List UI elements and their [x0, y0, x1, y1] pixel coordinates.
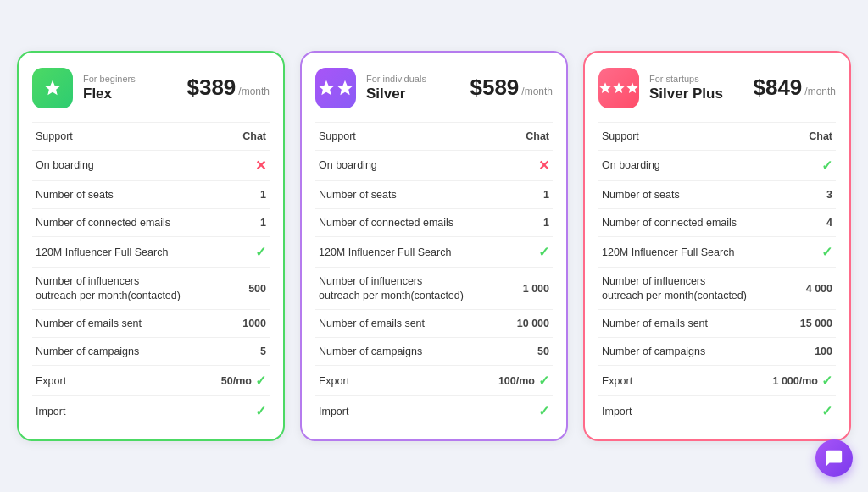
feature-value-flex-1: ✕	[186, 150, 270, 180]
check-icon: ✓	[255, 373, 266, 389]
feature-value-flex-0: Chat	[186, 122, 270, 150]
table-row: Number of campaigns100	[598, 338, 836, 366]
feature-value-silver-3: 1	[470, 209, 553, 237]
feature-label-silver-plus-4: 120M Influencer Full Search	[598, 237, 753, 268]
export-value: 50/mo ✓	[190, 373, 266, 389]
features-table-silver: SupportChatOn boarding✕Number of seats1N…	[315, 122, 553, 427]
feature-value-silver-plus-8: 1 000/mo ✓	[753, 366, 836, 396]
plan-header-silver-plus: For startupsSilver Plus$849/month	[598, 68, 836, 108]
feature-value-silver-8: 100/mo ✓	[470, 366, 553, 396]
table-row: Export50/mo ✓	[32, 366, 270, 396]
plan-name-silver: Silver	[366, 86, 459, 102]
feature-value-flex-2: 1	[186, 180, 270, 208]
feature-value-silver-plus-9: ✓	[753, 396, 836, 427]
plan-period-flex: /month	[238, 86, 270, 97]
check-icon: ✓	[255, 404, 266, 418]
table-row: Number of connected emails1	[315, 209, 553, 237]
feature-value-silver-plus-0: Chat	[753, 122, 836, 150]
features-table-silver-plus: SupportChatOn boarding✓Number of seats3N…	[598, 122, 836, 427]
feature-label-silver-plus-9: Import	[598, 396, 753, 427]
table-row: 120M Influencer Full Search✓	[598, 237, 836, 268]
feature-label-silver-plus-1: On boarding	[598, 150, 753, 180]
table-row: Number of influencers outreach per month…	[315, 268, 553, 310]
table-row: 120M Influencer Full Search✓	[315, 237, 553, 268]
table-row: On boarding✕	[32, 150, 270, 180]
plan-icon-silver-plus	[598, 68, 639, 108]
export-value: 100/mo ✓	[473, 373, 549, 389]
feature-label-silver-plus-2: Number of seats	[598, 180, 753, 208]
plan-info-flex: For beginersFlex	[83, 74, 176, 102]
table-row: Export1 000/mo ✓	[598, 366, 836, 396]
table-row: Number of campaigns5	[32, 338, 270, 366]
table-row: Number of seats1	[315, 180, 553, 208]
chat-button[interactable]	[815, 439, 853, 477]
feature-label-flex-1: On boarding	[32, 150, 186, 180]
feature-label-silver-2: Number of seats	[315, 180, 470, 208]
features-table-flex: SupportChatOn boarding✕Number of seats1N…	[32, 122, 270, 427]
feature-value-silver-0: Chat	[470, 122, 553, 150]
feature-label-flex-4: 120M Influencer Full Search	[32, 237, 186, 268]
feature-label-silver-9: Import	[315, 396, 470, 427]
feature-value-flex-9: ✓	[186, 396, 270, 427]
feature-label-flex-5: Number of influencers outreach per month…	[32, 268, 186, 310]
feature-label-flex-0: Support	[32, 122, 186, 150]
plan-price-block-silver: $589/month	[470, 75, 553, 101]
plan-tier-flex: For beginers	[83, 74, 176, 84]
feature-value-silver-plus-5: 4 000	[753, 268, 836, 310]
plan-price-silver: $589	[470, 75, 519, 101]
plan-card-silver: For individualsSilver$589/monthSupportCh…	[300, 51, 568, 442]
feature-value-flex-6: 1000	[186, 309, 270, 337]
table-row: On boarding✓	[598, 150, 836, 180]
check-icon: ✓	[821, 245, 832, 259]
feature-label-silver-plus-3: Number of connected emails	[598, 209, 753, 237]
feature-label-silver-4: 120M Influencer Full Search	[315, 237, 470, 268]
plan-header-flex: For beginersFlex$389/month	[32, 68, 270, 108]
table-row: Number of emails sent1000	[32, 309, 270, 337]
feature-label-silver-plus-7: Number of campaigns	[598, 338, 753, 366]
check-icon: ✓	[821, 404, 832, 418]
check-icon: ✓	[538, 373, 549, 389]
feature-label-silver-6: Number of emails sent	[315, 309, 470, 337]
feature-value-silver-plus-2: 3	[753, 180, 836, 208]
feature-value-silver-plus-3: 4	[753, 209, 836, 237]
plan-header-silver: For individualsSilver$589/month	[315, 68, 553, 108]
cross-icon: ✕	[538, 158, 549, 173]
table-row: Number of seats3	[598, 180, 836, 208]
table-row: SupportChat	[598, 122, 836, 150]
feature-value-silver-7: 50	[470, 338, 553, 366]
plan-info-silver: For individualsSilver	[366, 74, 459, 102]
feature-value-silver-plus-6: 15 000	[753, 309, 836, 337]
feature-label-silver-plus-6: Number of emails sent	[598, 309, 753, 337]
table-row: On boarding✕	[315, 150, 553, 180]
check-icon: ✓	[821, 373, 832, 389]
check-icon: ✓	[821, 158, 832, 173]
feature-value-flex-4: ✓	[186, 237, 270, 268]
feature-value-silver-9: ✓	[470, 396, 553, 427]
table-row: Number of campaigns50	[315, 338, 553, 366]
plan-period-silver: /month	[521, 86, 553, 97]
feature-label-silver-0: Support	[315, 122, 470, 150]
plan-price-silver-plus: $849	[753, 75, 802, 101]
feature-label-flex-9: Import	[32, 396, 186, 427]
plan-tier-silver: For individuals	[366, 74, 459, 84]
check-icon: ✓	[538, 245, 549, 259]
table-row: Number of connected emails4	[598, 209, 836, 237]
table-row: Number of influencers outreach per month…	[32, 268, 270, 310]
table-row: Number of emails sent15 000	[598, 309, 836, 337]
table-row: Export100/mo ✓	[315, 366, 553, 396]
table-row: Number of influencers outreach per month…	[598, 268, 836, 310]
plan-card-flex: For beginersFlex$389/monthSupportChatOn …	[17, 51, 285, 442]
plan-price-block-flex: $389/month	[186, 75, 270, 101]
feature-value-flex-8: 50/mo ✓	[186, 366, 270, 396]
feature-value-silver-2: 1	[470, 180, 553, 208]
feature-value-flex-3: 1	[186, 209, 270, 237]
feature-value-silver-6: 10 000	[470, 309, 553, 337]
plan-name-silver-plus: Silver Plus	[649, 86, 743, 102]
check-icon: ✓	[255, 245, 266, 259]
feature-label-flex-6: Number of emails sent	[32, 309, 186, 337]
plan-period-silver-plus: /month	[804, 86, 836, 97]
plan-price-flex: $389	[186, 75, 236, 101]
feature-label-flex-8: Export	[32, 366, 186, 396]
feature-value-silver-plus-4: ✓	[753, 237, 836, 268]
feature-label-flex-7: Number of campaigns	[32, 338, 186, 366]
